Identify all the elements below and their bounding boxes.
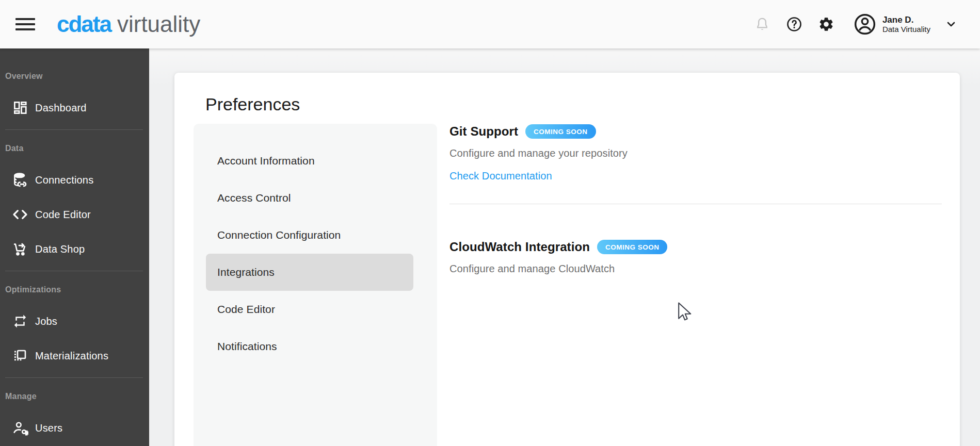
coming-soon-badge: COMING SOON [525, 124, 596, 139]
repeat-icon [11, 312, 29, 330]
menu-icon[interactable] [15, 17, 35, 31]
app-header: cdata virtuality [0, 0, 980, 48]
pref-nav-integrations[interactable]: Integrations [206, 254, 413, 291]
sidebar-item-label: Materializations [35, 350, 108, 362]
logo-cdata: cdata [57, 11, 111, 37]
dashboard-icon [11, 99, 29, 117]
pref-nav-code-editor[interactable]: Code Editor [194, 291, 437, 328]
help-icon[interactable] [782, 12, 806, 36]
sidebar-item-label: Jobs [35, 316, 57, 327]
git-support-description: Configure and manage your repository [449, 147, 942, 159]
sidebar-item-label: Users [35, 422, 62, 434]
sidebar-item-label: Connections [35, 174, 93, 186]
user-name: Jane D. [882, 15, 930, 25]
user-menu[interactable]: Jane D. Data Virtuality [854, 13, 957, 36]
sidebar-section-overview: Overview [0, 71, 149, 81]
header-actions: Jane D. Data Virtuality [742, 12, 957, 36]
sidebar-divider [5, 377, 143, 378]
sidebar-divider [5, 271, 143, 271]
database-link-icon [11, 171, 29, 189]
page-title: Preferences [205, 94, 300, 114]
cloudwatch-heading-row: CloudWatch Integration COMING SOON [449, 240, 942, 254]
sidebar-item-jobs[interactable]: Jobs [0, 308, 149, 334]
user-info: Jane D. Data Virtuality [882, 15, 930, 34]
pref-nav-access-control[interactable]: Access Control [194, 179, 437, 217]
sidebar-section-manage: Manage [0, 391, 149, 402]
git-support-heading-row: Git Support COMING SOON [449, 124, 942, 139]
chevron-down-icon[interactable] [945, 18, 957, 30]
sidebar-item-label: Dashboard [35, 102, 87, 114]
preferences-card: Preferences Account Information Access C… [174, 73, 960, 446]
settings-gear-icon[interactable] [814, 12, 838, 36]
sidebar-section-optimizations: Optimizations [0, 285, 149, 295]
pref-nav-connection-configuration[interactable]: Connection Configuration [194, 217, 437, 254]
pref-nav-notifications[interactable]: Notifications [194, 328, 437, 365]
materialize-icon [11, 347, 29, 365]
git-support-title: Git Support [449, 124, 518, 139]
logo-virtuality: virtuality [117, 11, 200, 37]
sidebar-item-materializations[interactable]: Materializations [0, 343, 149, 369]
sidebar-section-data: Data [0, 143, 149, 154]
pref-nav-account-information[interactable]: Account Information [194, 142, 437, 179]
sidebar-divider [5, 129, 143, 130]
sidebar-item-data-shop[interactable]: Data Shop [0, 236, 149, 262]
sidebar: Overview Dashboard Data Connections Code [0, 48, 149, 446]
coming-soon-badge: COMING SOON [597, 240, 668, 254]
cloudwatch-title: CloudWatch Integration [449, 240, 590, 254]
sidebar-item-connections[interactable]: Connections [0, 167, 149, 193]
sidebar-item-users[interactable]: Users [0, 415, 149, 441]
cart-icon [11, 240, 29, 258]
notifications-bell-icon[interactable] [750, 12, 774, 36]
code-icon [11, 206, 29, 223]
avatar [854, 13, 876, 36]
sidebar-item-code-editor[interactable]: Code Editor [0, 202, 149, 227]
user-org: Data Virtuality [882, 25, 930, 34]
preferences-nav: Account Information Access Control Conne… [194, 124, 437, 446]
user-gear-icon [11, 419, 29, 437]
integrations-content: Git Support COMING SOON Configure and ma… [449, 124, 942, 275]
check-documentation-link[interactable]: Check Documentation [449, 170, 552, 182]
sidebar-item-label: Data Shop [35, 243, 85, 255]
sidebar-item-dashboard[interactable]: Dashboard [0, 95, 149, 121]
main-area: Preferences Account Information Access C… [149, 48, 980, 446]
section-divider [449, 204, 942, 204]
app-logo: cdata virtuality [57, 11, 200, 37]
cloudwatch-description: Configure and manage CloudWatch [449, 263, 942, 275]
sidebar-item-label: Code Editor [35, 209, 91, 221]
